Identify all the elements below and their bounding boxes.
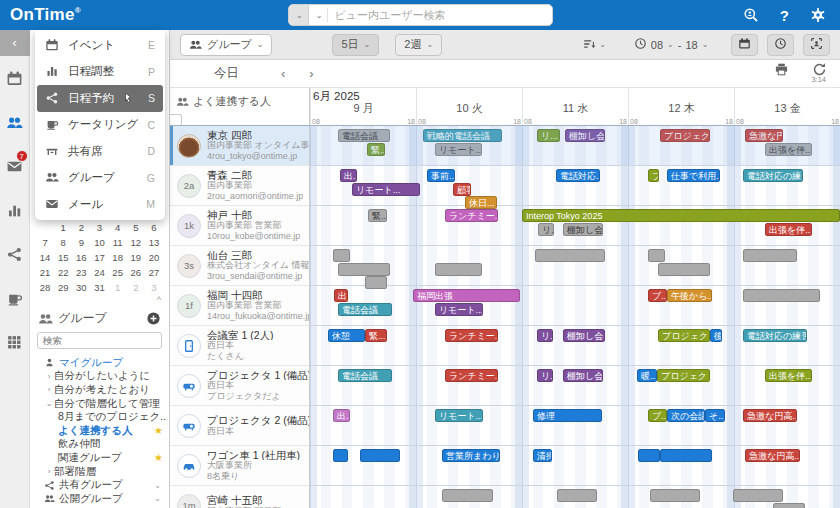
group-tree-item[interactable]: › 自分がしたいように — [34, 370, 167, 384]
event[interactable]: 棚卸し会... — [563, 329, 605, 342]
event[interactable]: 棚卸し会... — [565, 129, 605, 142]
mini-calendar-day[interactable]: 29 — [54, 280, 72, 295]
event[interactable]: 電話対応.. — [556, 169, 600, 182]
schedule-lane[interactable]: 出..リモート...事前...顧客...休日...電話対応..ブ...仕事で利用… — [310, 166, 840, 206]
tree-chevron-icon[interactable]: › — [44, 372, 54, 381]
today-button[interactable]: 今日 — [214, 65, 239, 82]
person-cell[interactable]: 東京 四郎 国内事業部 オンタイム事... 4rou_tokyo@ontime.… — [170, 126, 310, 166]
event[interactable]: 出.. — [333, 409, 350, 422]
event[interactable]: 緊... — [365, 329, 387, 342]
mini-calendar[interactable]: 1234567891011121314151617181920212223242… — [36, 220, 163, 307]
tree-chevron-icon[interactable]: ⌄ — [44, 399, 54, 408]
mini-calendar-day[interactable]: 12 — [127, 235, 145, 250]
event[interactable]: 急激な円高... — [745, 129, 783, 142]
mini-calendar-day[interactable]: 8 — [54, 235, 72, 250]
event[interactable]: リ... — [538, 223, 554, 236]
chevron-down-icon[interactable]: ⌄ — [154, 481, 167, 490]
event[interactable] — [333, 449, 348, 462]
mini-calendar-day[interactable]: 6 — [145, 220, 163, 235]
event[interactable]: リモート... — [435, 303, 483, 316]
mini-calendar-day[interactable]: 24 — [90, 265, 108, 280]
event[interactable]: リ... — [537, 329, 553, 342]
person-cell[interactable]: ワゴン車 1 (社用車) 大阪事業所 8名乗り — [170, 446, 310, 486]
event[interactable]: 休憩 — [328, 329, 365, 342]
event[interactable]: 出張を伴... — [765, 143, 812, 156]
help-icon[interactable]: ? — [780, 7, 789, 24]
event[interactable] — [360, 449, 400, 462]
mini-calendar-day[interactable]: 5 — [127, 220, 145, 235]
event[interactable] — [338, 263, 390, 276]
prev-button[interactable]: ‹ — [281, 66, 285, 81]
menu-item[interactable]: イベント E — [35, 32, 165, 59]
group-tree-item[interactable]: ⌄ 自分で階層化して管理 — [34, 397, 167, 411]
mini-calendar-day[interactable]: 31 — [90, 280, 108, 295]
person-cell[interactable]: プロジェクタ 1 (備品) 西日本 プロジェクタだよ — [170, 366, 310, 406]
event[interactable]: そ... — [705, 409, 725, 422]
mini-calendar-day[interactable]: 2 — [127, 280, 145, 295]
tree-chevron-icon[interactable]: › — [44, 467, 54, 476]
event[interactable]: 修理 — [533, 409, 602, 422]
event[interactable]: プロジェクト — [657, 369, 710, 382]
rail-calendar-icon[interactable] — [0, 56, 30, 100]
event[interactable]: 棚卸し会... — [563, 369, 603, 382]
event[interactable]: 緊... — [367, 143, 385, 156]
event[interactable] — [535, 249, 605, 262]
filter-stub[interactable] — [170, 114, 182, 125]
next-button[interactable]: › — [309, 66, 313, 81]
event[interactable]: 急激な円高... — [743, 409, 797, 422]
event[interactable] — [333, 249, 350, 262]
sort-dropdown[interactable]: ⌄ — [582, 37, 606, 53]
menu-item[interactable]: 共有席 D — [35, 138, 165, 165]
person-cell[interactable]: 会議室 1 (2人) 西日本 たくさん — [170, 326, 310, 366]
calendar-view-button[interactable] — [731, 34, 758, 56]
time-end-value[interactable]: 18 — [685, 39, 697, 51]
rail-share-icon[interactable] — [0, 232, 30, 276]
time-start-value[interactable]: 08 — [651, 39, 663, 51]
mini-calendar-day[interactable]: 23 — [72, 265, 90, 280]
person-cell[interactable]: 1f 福岡 十四郎 国内事業部 営業部 14rou_fukuoka@ontime… — [170, 286, 310, 326]
event[interactable]: ランチミー... — [445, 329, 498, 342]
schedule-lane[interactable]: 電話会議ランチミー...リ...棚卸し会...暖...プロジェクト出張を伴... — [310, 366, 840, 406]
event[interactable] — [442, 489, 493, 502]
event[interactable]: 電話会議 — [338, 369, 392, 382]
event[interactable]: 電話会議 — [338, 129, 390, 142]
time-view-button[interactable] — [767, 34, 794, 56]
rail-grid-icon[interactable] — [0, 320, 30, 364]
user-search-box[interactable]: ⌄ ⌄ — [288, 4, 553, 26]
event[interactable]: ブ... — [648, 169, 659, 182]
event[interactable]: 営業所まわり — [442, 449, 500, 462]
mini-calendar-day[interactable]: 14 — [36, 250, 54, 265]
mini-calendar-day[interactable]: 1 — [109, 280, 127, 295]
schedule-lane[interactable]: 電話会議緊...戦略的電話会議リモート...リ...棚卸し会...プロジェクト急… — [310, 126, 840, 166]
mini-calendar-day[interactable]: 7 — [36, 235, 54, 250]
mini-calendar-day[interactable]: 16 — [72, 250, 90, 265]
group-search-input[interactable] — [37, 332, 162, 349]
event[interactable]: 次の会議 — [667, 409, 705, 422]
rail-people-icon[interactable] — [0, 100, 30, 144]
tree-chevron-icon[interactable]: › — [44, 385, 54, 394]
event[interactable]: 顧客... — [453, 183, 471, 196]
event[interactable]: ランチミー... — [445, 369, 498, 382]
settings-gear-icon[interactable] — [809, 7, 826, 24]
mini-calendar-day[interactable]: 20 — [145, 250, 163, 265]
day-span-dropdown[interactable]: 5日 ⌄ — [332, 34, 379, 56]
schedule-lane[interactable]: 営業所まわり清掃急激な円高... — [310, 446, 840, 486]
event[interactable]: 緊... — [368, 209, 387, 222]
menu-item[interactable]: 日程調整 P — [35, 59, 165, 86]
event[interactable]: プロジェクト — [660, 129, 710, 142]
event[interactable]: ブ... — [648, 409, 667, 422]
event[interactable] — [660, 449, 712, 462]
mini-calendar-day[interactable]: 13 — [145, 235, 163, 250]
event[interactable]: 電話会議 — [338, 303, 392, 316]
day-column-header[interactable]: 10 火 08 18 — [416, 88, 522, 125]
day-column-header[interactable]: 13 金 08 18 — [734, 88, 840, 125]
day-column-header[interactable]: 11 水 08 18 — [522, 88, 628, 125]
person-cell[interactable]: 2a 青森 二郎 国内事業部 2rou_aomori@ontime.jp — [170, 166, 310, 206]
week-span-dropdown[interactable]: 2週 ⌄ — [395, 34, 442, 56]
schedule-lane[interactable]: 出..リモート...修理ブ...次の会議そ...急激な円高... — [310, 406, 840, 446]
event[interactable]: 棚卸し会... — [563, 223, 603, 236]
event[interactable]: ブ... — [648, 289, 667, 302]
event[interactable]: 出.. — [334, 289, 348, 302]
search-input[interactable] — [327, 8, 552, 22]
event[interactable]: リモート... — [435, 143, 482, 156]
